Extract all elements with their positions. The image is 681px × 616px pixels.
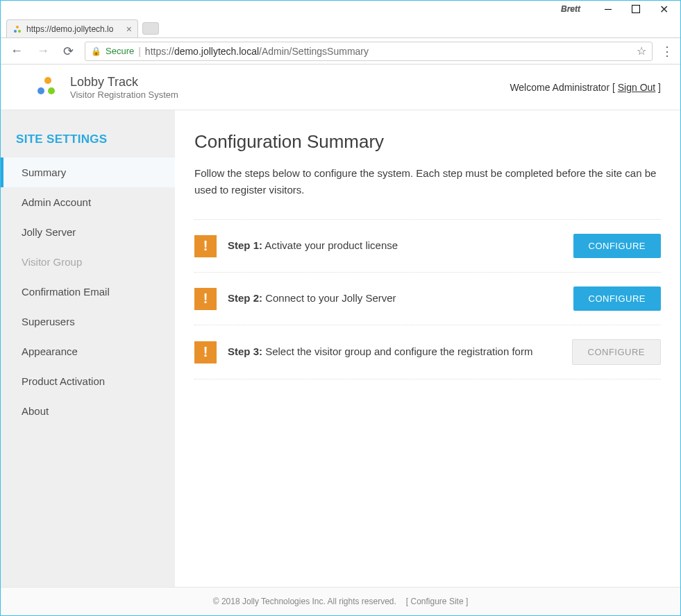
step-text: Step 1: Activate your product license [228, 238, 562, 254]
addr-divider: | [138, 46, 141, 57]
url-text: https://demo.jollytech.local/Admin/Setti… [145, 46, 369, 57]
intro-text: Follow the steps below to configure the … [194, 165, 661, 198]
secure-label: Secure [106, 46, 134, 56]
welcome-text: Welcome Administrator [ Sign Out ] [510, 82, 661, 93]
browser-tab[interactable]: https://demo.jollytech.lo × [6, 19, 138, 37]
sidebar-item-visitor-group[interactable]: Visitor Group [1, 247, 175, 277]
step-text: Step 2: Connect to your Jolly Server [228, 291, 562, 307]
copyright-text: © 2018 Jolly Technologies Inc. All right… [213, 597, 396, 606]
sidebar: SITE SETTINGS Summary Admin Account Joll… [1, 110, 175, 587]
sidebar-item-product-activation[interactable]: Product Activation [1, 366, 175, 396]
app-subtitle: Visitor Registration System [70, 89, 178, 100]
main-content: Configuration Summary Follow the steps b… [175, 110, 680, 587]
window-maximize-button[interactable] [622, 1, 650, 17]
configure-site-link[interactable]: [ Configure Site ] [406, 597, 468, 606]
lock-icon: 🔒 [91, 46, 101, 56]
sidebar-item-about[interactable]: About [1, 396, 175, 426]
app-header: Lobby Track Visitor Registration System … [1, 65, 680, 110]
tab-close-icon[interactable]: × [126, 24, 132, 35]
warning-icon: ! [194, 235, 217, 257]
configure-button-step2[interactable]: CONFIGURE [573, 286, 662, 311]
bookmark-star-icon[interactable]: ☆ [637, 44, 646, 58]
app-name: Lobby Track [70, 75, 178, 89]
sidebar-title: SITE SETTINGS [1, 124, 175, 157]
address-field[interactable]: 🔒 Secure | https://demo.jollytech.local/… [85, 42, 653, 61]
logo-icon [35, 77, 60, 98]
sidebar-item-superusers[interactable]: Superusers [1, 307, 175, 336]
chrome-menu-icon[interactable]: ⋮ [661, 44, 673, 59]
step-1: ! Step 1: Activate your product license … [194, 219, 661, 272]
sidebar-item-admin-account[interactable]: Admin Account [1, 187, 175, 217]
warning-icon: ! [194, 341, 217, 363]
favicon-icon [12, 24, 22, 34]
step-3: ! Step 3: Select the visitor group and c… [194, 325, 661, 379]
sign-out-link[interactable]: Sign Out [618, 82, 655, 93]
tab-title: https://demo.jollytech.lo [26, 24, 122, 34]
browser-addressbar: ← → ⟳ 🔒 Secure | https://demo.jollytech.… [1, 38, 680, 65]
step-2: ! Step 2: Connect to your Jolly Server C… [194, 272, 661, 325]
sidebar-item-summary[interactable]: Summary [1, 157, 175, 187]
forward-button[interactable]: → [34, 42, 52, 60]
window-minimize-button[interactable] [594, 1, 622, 17]
browser-tabbar: https://demo.jollytech.lo × [1, 17, 680, 38]
reload-button[interactable]: ⟳ [60, 42, 76, 60]
brand: Lobby Track Visitor Registration System [35, 75, 178, 100]
sidebar-item-jolly-server[interactable]: Jolly Server [1, 217, 175, 247]
window-close-button[interactable]: ✕ [650, 1, 678, 17]
step-text: Step 3: Select the visitor group and con… [228, 344, 561, 360]
sidebar-item-appearance[interactable]: Appearance [1, 336, 175, 366]
page-title: Configuration Summary [194, 131, 661, 153]
steps-list: ! Step 1: Activate your product license … [194, 219, 661, 379]
window-user: Brett [561, 4, 580, 14]
configure-button-step1[interactable]: CONFIGURE [573, 234, 662, 258]
footer: © 2018 Jolly Technologies Inc. All right… [1, 587, 680, 615]
sidebar-item-confirmation-email[interactable]: Confirmation Email [1, 277, 175, 307]
configure-button-step3: CONFIGURE [572, 339, 662, 365]
window-titlebar: Brett ✕ [1, 1, 680, 17]
back-button[interactable]: ← [8, 42, 26, 60]
new-tab-button[interactable] [142, 22, 159, 35]
warning-icon: ! [194, 288, 217, 310]
